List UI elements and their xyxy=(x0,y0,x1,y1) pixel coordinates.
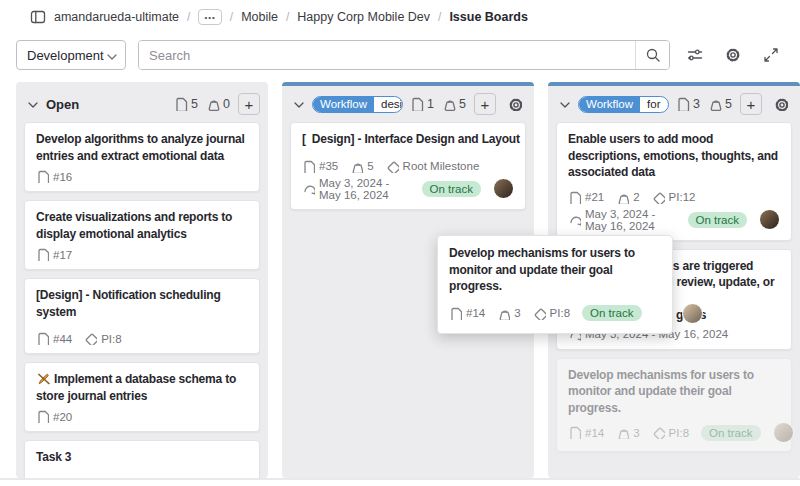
milestone: PI:8 xyxy=(652,426,689,439)
sliders-icon xyxy=(687,47,703,63)
weight-icon xyxy=(497,307,510,320)
milestone-diamond-icon xyxy=(84,332,97,345)
issue-ref: #35 xyxy=(302,160,338,173)
card-title: Implement a database schema to store jou… xyxy=(36,371,248,404)
issue-card[interactable]: Enable users to add mood descriptions, e… xyxy=(556,122,792,241)
issue-card[interactable]: [Design] - Interface Design and Layout #… xyxy=(290,122,526,210)
card-title: Develop mechanisms for users to monitor … xyxy=(449,245,661,295)
assignee-avatars xyxy=(493,178,514,199)
weight-icon xyxy=(206,97,220,111)
column-title: Open xyxy=(46,97,79,112)
board-select-dropdown[interactable]: Development xyxy=(16,40,126,70)
issue-icon xyxy=(36,332,49,345)
milestone-diamond-icon xyxy=(652,191,665,204)
collapse-column-button[interactable] xyxy=(291,97,305,111)
issue-ref: #17 xyxy=(36,248,72,261)
sidebar-toggle-icon[interactable] xyxy=(30,9,46,25)
card-weight: 5 xyxy=(350,160,373,173)
health-status-badge: On track xyxy=(422,181,481,197)
collapse-column-button[interactable] xyxy=(25,97,39,111)
milestone-diamond-icon xyxy=(652,426,665,439)
issue-board-page: amandarueda-ultimate / ••• / Mobile / Ha… xyxy=(0,0,800,486)
card-title: Task 3 xyxy=(36,449,248,466)
scoped-label[interactable]: Workflow design xyxy=(312,96,403,113)
card-title: Develop algorithms to analyze journal en… xyxy=(36,131,248,164)
filter-settings-button[interactable] xyxy=(682,42,708,68)
add-issue-button[interactable]: + xyxy=(474,93,496,115)
issue-card[interactable]: Create visualizations and reports to dis… xyxy=(24,200,260,270)
assignee-avatars xyxy=(759,209,780,230)
breadcrumb-separator: / xyxy=(438,10,441,24)
issue-icon xyxy=(302,160,315,173)
gear-icon xyxy=(725,47,741,63)
add-issue-button[interactable]: + xyxy=(238,93,260,115)
add-issue-button[interactable]: + xyxy=(740,93,762,115)
expand-icon xyxy=(763,47,779,63)
issue-icon xyxy=(449,307,462,320)
board-toolbar: Development xyxy=(16,40,784,70)
issue-icon xyxy=(36,410,49,423)
breadcrumb-separator: / xyxy=(286,10,289,24)
iteration-icon xyxy=(302,182,315,195)
chevron-down-icon xyxy=(104,49,117,62)
issue-icon xyxy=(36,170,49,183)
avatar xyxy=(773,422,794,443)
iteration-dates: May 3, 2024 - May 16, 2024 xyxy=(568,208,676,232)
issue-card[interactable]: Implement a database schema to store jou… xyxy=(24,362,260,432)
fullscreen-button[interactable] xyxy=(758,42,784,68)
dragged-card[interactable]: Develop mechanisms for users to monitor … xyxy=(437,235,673,334)
issue-icon xyxy=(568,426,581,439)
card-weight: 3 xyxy=(497,307,520,320)
weight-icon xyxy=(442,97,456,111)
card-title: Enable users to add mood descriptions, e… xyxy=(568,131,780,181)
breadcrumb: amandarueda-ultimate / ••• / Mobile / Ha… xyxy=(0,0,800,34)
breadcrumb-current: Issue Boards xyxy=(449,10,528,24)
breadcrumb-project[interactable]: amandarueda-ultimate xyxy=(54,10,179,24)
milestone: PI:8 xyxy=(533,307,570,320)
issue-card[interactable]: [Design] - Notification scheduling syste… xyxy=(24,278,260,354)
milestone: PI:8 xyxy=(84,332,121,345)
scoped-label[interactable]: Workflow Ready for dev xyxy=(578,96,669,113)
search-icon xyxy=(645,47,661,63)
avatar xyxy=(759,209,780,230)
breadcrumb-separator: / xyxy=(187,10,190,24)
column-weight-count: 5 xyxy=(708,97,732,111)
issue-icon xyxy=(174,97,188,111)
issue-ref: #14 xyxy=(449,307,485,320)
issue-ref: #44 xyxy=(36,332,72,345)
column-settings-button[interactable] xyxy=(770,93,792,115)
column-header: Open 5 0 + xyxy=(16,86,268,122)
card-weight: 3 xyxy=(616,426,639,439)
issue-icon xyxy=(410,97,424,111)
health-status-badge: On track xyxy=(701,425,760,441)
search-input[interactable] xyxy=(139,41,635,69)
card-title: Develop mechanisms for users to monitor … xyxy=(568,367,780,417)
page-bottom-divider xyxy=(0,478,800,480)
issue-ref: #20 xyxy=(36,410,72,423)
weight-icon xyxy=(616,426,629,439)
avatar xyxy=(682,303,703,324)
breadcrumb-item-mobile[interactable]: Mobile xyxy=(241,10,278,24)
collapse-column-button[interactable] xyxy=(557,97,571,111)
column-card-list: [Design] - Interface Design and Layout #… xyxy=(282,122,534,218)
breadcrumb-ellipsis-button[interactable]: ••• xyxy=(198,9,221,25)
card-title: [Design] - Notification scheduling syste… xyxy=(36,287,248,320)
column-settings-button[interactable] xyxy=(504,93,526,115)
issue-card[interactable]: Develop algorithms to analyze journal en… xyxy=(24,122,260,192)
milestone: Root Milestone xyxy=(386,160,480,173)
issue-card[interactable]: Task 3 #38 PI:7 May 3, 2024 - May 16, 20… xyxy=(24,440,260,478)
card-title: [Design] - Interface Design and Layout xyxy=(302,131,514,148)
card-weight: 2 xyxy=(616,191,639,204)
milestone-diamond-icon xyxy=(533,307,546,320)
column-issue-count: 3 xyxy=(676,97,700,111)
iteration-icon xyxy=(568,213,581,226)
column-issue-count: 5 xyxy=(174,97,198,111)
board-select-value: Development xyxy=(27,48,104,63)
weight-icon xyxy=(708,97,722,111)
search-button[interactable] xyxy=(635,41,669,69)
column-card-list: Develop algorithms to analyze journal en… xyxy=(16,122,268,478)
gear-icon xyxy=(774,97,788,111)
milestone-diamond-icon xyxy=(386,160,399,173)
breadcrumb-item-project[interactable]: Happy Corp Mobile Dev xyxy=(297,10,430,24)
board-config-button[interactable] xyxy=(720,42,746,68)
